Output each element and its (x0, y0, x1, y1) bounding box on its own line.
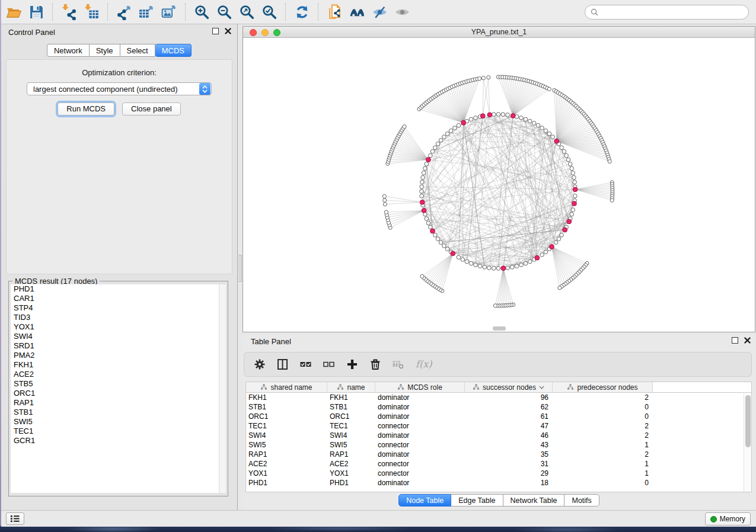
table-row[interactable]: RAP1 RAP1 dominator 35 2 (246, 450, 751, 459)
tab-network[interactable]: Network (47, 44, 90, 57)
split-pane-handle[interactable] (238, 255, 242, 282)
delete-button[interactable] (369, 357, 381, 371)
tab-edge-table[interactable]: Edge Table (451, 494, 503, 507)
tab-network-table[interactable]: Network Table (503, 494, 565, 507)
float-panel-icon[interactable] (212, 28, 219, 34)
mcds-result-item[interactable]: GCR1 (11, 436, 226, 446)
search-icon (591, 8, 598, 16)
refresh-button[interactable] (291, 2, 313, 22)
mcds-result-item[interactable]: YOX1 (11, 322, 226, 332)
column-header-shared-name[interactable]: shared name (246, 382, 327, 392)
mcds-result-item[interactable]: RAP1 (11, 398, 226, 408)
table-options-icon (393, 358, 404, 370)
mcds-result-item[interactable]: STB1 (11, 408, 226, 417)
table-panel-title: Table Panel (251, 337, 291, 346)
panel-menu-button[interactable] (6, 512, 24, 525)
close-table-panel-icon[interactable] (744, 337, 751, 344)
zoom-fit-button[interactable] (235, 2, 258, 22)
function-builder-icon: f(x) (416, 358, 436, 370)
tab-mcds[interactable]: MCDS (155, 44, 192, 57)
attribute-icon (260, 384, 267, 390)
network-canvas[interactable] (243, 38, 755, 332)
table-scrollbar-thumb[interactable] (745, 395, 751, 447)
toolbar-separator (285, 3, 286, 21)
mcds-result-group: MCDS result (17 nodes) PHD1CAR1STP4TID3Y… (8, 281, 228, 496)
open-icon (6, 4, 22, 20)
column-header-successor-nodes[interactable]: successor nodes (465, 382, 553, 392)
table-row[interactable]: ACE2 ACE2 connector 31 1 (246, 459, 751, 469)
close-panel-button[interactable]: Close panel (122, 102, 181, 116)
mcds-result-item[interactable]: TEC1 (11, 427, 226, 436)
search-input[interactable] (601, 8, 743, 16)
close-panel-icon[interactable] (225, 28, 231, 34)
mcds-result-item[interactable]: SWI5 (11, 417, 226, 427)
toolbar-separator (52, 3, 53, 21)
mcds-result-item[interactable]: STP4 (11, 303, 226, 313)
share-document-button[interactable] (323, 2, 346, 22)
zoom-selected-button[interactable] (258, 2, 280, 22)
mcds-list-scrollbar[interactable] (219, 284, 226, 493)
window-close-icon[interactable] (250, 29, 257, 36)
window-minimize-icon[interactable] (261, 29, 269, 36)
mcds-result-item[interactable]: CAR1 (11, 294, 226, 303)
save-button[interactable] (25, 2, 47, 22)
open-button[interactable] (2, 2, 25, 22)
attribute-icon (473, 384, 480, 390)
mcds-result-item[interactable]: SRD1 (11, 341, 226, 351)
column-header-name[interactable]: name (327, 382, 375, 392)
export-network-button[interactable] (113, 2, 135, 22)
mcds-result-item[interactable]: ACE2 (11, 370, 226, 379)
select-all-button[interactable] (300, 357, 312, 371)
mcds-result-item[interactable]: TID3 (11, 313, 226, 322)
settings-button[interactable] (254, 357, 266, 371)
mcds-result-item[interactable]: PHD1 (11, 284, 226, 294)
table-scrollbar[interactable] (744, 393, 751, 492)
deselect-all-button[interactable] (323, 357, 335, 371)
column-header-predecessor-nodes[interactable]: predecessor nodes (553, 382, 653, 392)
find-button[interactable] (346, 2, 368, 22)
memory-button[interactable]: Memory (705, 512, 751, 525)
mcds-result-item[interactable]: ORC1 (11, 389, 226, 398)
table-row[interactable]: STB1 STB1 dominator 62 0 (246, 402, 751, 412)
add-button[interactable] (346, 357, 358, 371)
tab-node-table[interactable]: Node Table (398, 494, 451, 507)
table-row[interactable]: PHD1 PHD1 dominator 18 0 (246, 478, 751, 488)
table-row[interactable]: SWI4 SWI4 dominator 46 2 (246, 431, 751, 440)
export-table-button[interactable] (135, 2, 158, 22)
column-header-MCDS-role[interactable]: MCDS role (375, 382, 465, 392)
mcds-result-list[interactable]: PHD1CAR1STP4TID3YOX1SWI4SRD1PMA2FKH1ACE2… (11, 284, 226, 493)
header-filler (653, 382, 751, 392)
export-image-button[interactable] (158, 2, 180, 22)
mcds-result-item[interactable]: FKH1 (11, 360, 226, 370)
table-row[interactable]: ORC1 ORC1 dominator 61 0 (246, 412, 751, 421)
tab-motifs[interactable]: Motifs (564, 494, 599, 507)
show-details-button[interactable] (391, 2, 413, 22)
find-icon (349, 4, 365, 20)
mcds-result-item[interactable]: SWI4 (11, 332, 226, 341)
mcds-result-item[interactable]: PMA2 (11, 351, 226, 360)
run-mcds-button[interactable]: Run MCDS (58, 102, 114, 116)
import-network-button[interactable] (58, 2, 80, 22)
network-scrollbar-thumb[interactable] (493, 326, 506, 331)
hide-details-button[interactable] (368, 2, 391, 22)
zoom-in-button[interactable] (190, 2, 213, 22)
table-row[interactable]: TEC1 TEC1 connector 47 2 (246, 421, 751, 431)
tab-select[interactable]: Select (120, 44, 155, 57)
optimization-criterion-select[interactable]: largest connected component (undirected) (27, 82, 212, 95)
network-window-titlebar[interactable]: YPA_prune.txt_1 (243, 27, 755, 38)
table-header-row: shared namenameMCDS rolesuccessor nodesp… (246, 382, 751, 393)
window-zoom-icon[interactable] (273, 29, 280, 36)
table-row[interactable]: SWI5 SWI5 connector 43 1 (246, 440, 751, 450)
zoom-out-icon (216, 4, 232, 20)
float-table-panel-icon[interactable] (732, 337, 738, 344)
columns-button[interactable] (277, 357, 289, 371)
table-row[interactable]: YOX1 YOX1 connector 29 1 (246, 469, 751, 478)
search-box[interactable] (585, 5, 749, 20)
tab-style[interactable]: Style (90, 44, 120, 57)
import-table-button[interactable] (80, 2, 103, 22)
zoom-out-button[interactable] (213, 2, 235, 22)
optimization-label: Optimization criterion: (7, 68, 232, 77)
mcds-result-item[interactable]: STB5 (11, 379, 226, 389)
export-network-icon (116, 4, 132, 20)
table-row[interactable]: FKH1 FKH1 dominator 96 2 (246, 393, 751, 402)
